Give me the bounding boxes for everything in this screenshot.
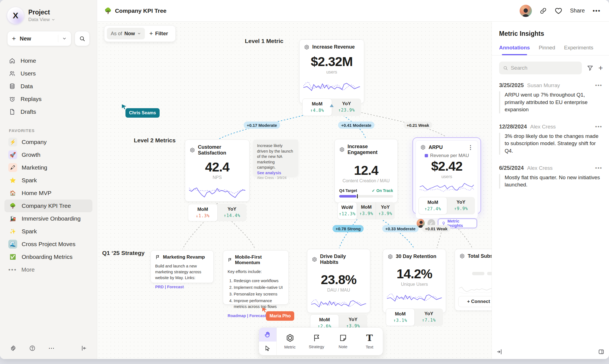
- kpi-tree-canvas[interactable]: As of Now + Filter Level 1 Metric Level …: [97, 22, 492, 359]
- note-tool[interactable]: Note: [330, 328, 356, 355]
- annotation-author: Alex Cress: [527, 165, 553, 171]
- project-view-switcher[interactable]: Data View: [28, 17, 55, 22]
- plus-icon: +: [149, 30, 153, 37]
- sidebar-footer: ⋯: [0, 345, 97, 352]
- sidebar-item-drafts[interactable]: Drafts: [0, 105, 97, 118]
- share-button[interactable]: Share: [570, 7, 585, 14]
- sidebar-item-data[interactable]: Data: [0, 80, 97, 93]
- text-tool[interactable]: T Text: [356, 328, 383, 355]
- canvas-toolbar: Metric Strategy Note T Text: [259, 327, 383, 355]
- sparkline-chart: [459, 282, 492, 296]
- sidebar-item-marketing[interactable]: 🖍 Marketing: [4, 161, 92, 174]
- main-area: 🌳 Company KPI Tree Share •••: [97, 0, 609, 359]
- expand-panel-icon[interactable]: [496, 348, 503, 355]
- strategy-card-marketing-revamp[interactable]: Marketing Revamp Build and launch a new …: [150, 250, 214, 283]
- metric-card-increase-engagement[interactable]: Increase Engagement 12.4 Content Creatio…: [334, 139, 398, 203]
- metric-card-customer-satisfaction[interactable]: Customer Satisfaction 42.4 NPS MoM ↓1.3: [185, 140, 250, 202]
- metric-card-increase-revenue[interactable]: Increase Revenue $2.32M users MoM ↑4.8%: [299, 39, 364, 103]
- strategy-links[interactable]: PRD | Forecast: [155, 285, 209, 289]
- metric-target-icon: [304, 44, 309, 50]
- metric-tool[interactable]: Metric: [277, 328, 303, 355]
- check-icon: ✓: [372, 188, 375, 193]
- stat-yoy: YoY ↑3.9%: [376, 202, 395, 219]
- edge-label: +0.41 Moderate: [338, 122, 374, 129]
- sidebar-item-home-mvp[interactable]: 🏠 Home MVP: [4, 187, 92, 199]
- strategy-tool[interactable]: Strategy: [303, 328, 330, 355]
- annotation-item[interactable]: 6/25/2024 Alex Cress ••• Mostly flat thi…: [499, 165, 602, 189]
- on-track-status: ✓ On Track: [372, 188, 393, 193]
- tab-pinned[interactable]: Pinned: [539, 45, 555, 55]
- sidebar-item-growth[interactable]: 🚀 Growth: [4, 148, 92, 161]
- metric-card-30-day-retention[interactable]: 30 Day Retention 14.2% Unique Users MoM: [383, 249, 446, 313]
- sidebar-item-spark[interactable]: ⭐ Spark: [4, 174, 92, 187]
- favorite-heart-icon[interactable]: [555, 7, 562, 15]
- lightning-icon: ⚡: [8, 138, 17, 146]
- gear-icon[interactable]: [10, 345, 16, 352]
- edge-label: +0.33 Moderate: [382, 225, 419, 232]
- annotation-menu-icon[interactable]: •••: [595, 165, 602, 171]
- sidebar-item-home[interactable]: Home: [0, 54, 97, 67]
- copy-link-icon[interactable]: [540, 7, 547, 14]
- favorites-label: FAVORITES: [9, 128, 97, 133]
- new-button[interactable]: + New: [7, 31, 71, 46]
- insights-tabs: Annotations Pinned Experiments: [492, 37, 609, 55]
- as-of-selector[interactable]: As of Now: [107, 28, 145, 39]
- sidebar-more[interactable]: ••• More: [8, 263, 97, 276]
- hand-tool[interactable]: [259, 328, 276, 342]
- overflow-menu-icon[interactable]: •••: [593, 7, 601, 14]
- panel-footer: [492, 348, 609, 355]
- metric-value: 12.4: [335, 163, 397, 178]
- metric-card-arpu-selected[interactable]: ARPU ⋮ Revenue per MAU $2.42 users: [412, 137, 481, 214]
- collapse-sidebar-icon[interactable]: [80, 345, 87, 352]
- annotation-item[interactable]: 12/28/2024 Alex Cress ••• 3% drop likely…: [499, 123, 602, 155]
- metric-unit: DAU / MAU: [307, 288, 370, 293]
- sidebar-item-replays[interactable]: Replays: [0, 93, 97, 105]
- annotation-note[interactable]: Increase likely driven by the launch of …: [253, 140, 298, 176]
- strategy-card-mobile-first[interactable]: Mobile-First Momentum Key efforts includ…: [223, 250, 289, 305]
- annotation-author: Susan Murray: [527, 82, 560, 89]
- project-logo: X: [7, 7, 24, 24]
- metric-card-drive-daily-habbits[interactable]: Drive Daily Habbits 23.8% DAU / MAU MoM: [307, 249, 370, 313]
- filter-funnel-icon[interactable]: [587, 65, 593, 71]
- annotation-menu-icon[interactable]: •••: [595, 124, 602, 130]
- topbar: 🌳 Company KPI Tree Share •••: [97, 0, 609, 22]
- cursor-icon: [265, 345, 271, 351]
- sidebar-item-spark-2[interactable]: ✨ Spark: [4, 225, 92, 238]
- sidebar-item-company-kpi-tree[interactable]: 🌳 Company KPI Tree: [4, 199, 92, 212]
- more-options-icon[interactable]: ⋯: [48, 345, 55, 352]
- sidebar-item-users[interactable]: Users: [0, 67, 97, 80]
- search-button[interactable]: [75, 31, 90, 46]
- chevron-down-icon[interactable]: [62, 36, 67, 41]
- annotations-search[interactable]: [499, 62, 582, 74]
- select-tool[interactable]: [259, 342, 276, 355]
- file-icon: [9, 108, 16, 115]
- annotation-item[interactable]: 3/25/2025 Susan Murray ••• ARPU went up …: [499, 82, 602, 113]
- card-menu-icon[interactable]: ⋮: [468, 144, 473, 151]
- sidebar-item-immersive-onboarding[interactable]: 🚂 Immersive Onboarding: [4, 212, 92, 225]
- search-input[interactable]: [511, 65, 578, 71]
- add-annotation-icon[interactable]: +: [598, 64, 603, 72]
- text-tool-icon: T: [366, 333, 373, 342]
- sidebar-item-cross-project-moves[interactable]: 🌊 Cross Project Moves: [4, 238, 92, 251]
- metric-card-total-subscriptions[interactable]: Total Subscriptions + Connect: [455, 249, 492, 311]
- tab-experiments[interactable]: Experiments: [564, 45, 593, 55]
- metric-target-icon: [420, 145, 426, 150]
- wave-icon: 🌊: [8, 240, 17, 249]
- tab-annotations[interactable]: Annotations: [499, 45, 530, 55]
- project-header[interactable]: X Project Data View: [0, 0, 97, 24]
- view-controls: As of Now + Filter: [104, 25, 176, 42]
- annotation-menu-icon[interactable]: •••: [595, 82, 602, 89]
- metric-target-icon: [339, 147, 345, 152]
- sidebar-item-onboarding-metrics[interactable]: ✅ Onboarding Metrics: [4, 251, 92, 263]
- filter-button[interactable]: + Filter: [149, 30, 168, 37]
- help-icon[interactable]: [29, 345, 36, 352]
- stat-yoy: YoY ↑23.9%: [332, 98, 361, 116]
- annotation-text: ARPU went up 7% throughout Q1, primarily…: [505, 91, 602, 113]
- sidebar-nav: Home Users Data Replays Drafts: [0, 54, 97, 118]
- user-avatar[interactable]: [520, 5, 532, 17]
- toggle-panel-icon[interactable]: [598, 348, 605, 355]
- sidebar-item-company[interactable]: ⚡ Company: [4, 136, 92, 148]
- see-analysis-link[interactable]: See analysis: [257, 170, 294, 176]
- metric-unit: Content Creation / MAU: [335, 178, 397, 183]
- connect-data-button[interactable]: + Connect: [458, 296, 492, 307]
